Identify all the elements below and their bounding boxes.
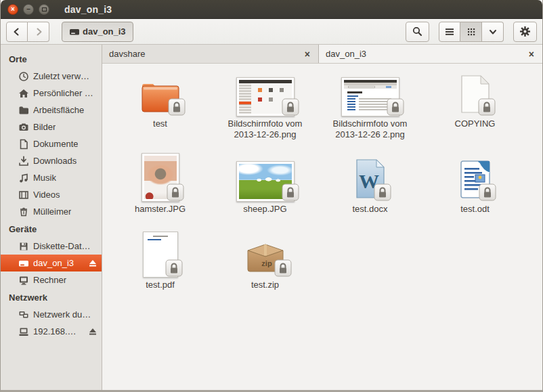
file-name: test.odt [460,204,490,215]
places-sidebar: Orte Zuletzt verw… Persönlicher … Arbeit… [1,45,102,390]
back-button[interactable] [6,22,28,42]
file-manager-window: × – dav_on_i3 dav_on_i3 [0,0,543,392]
sidebar-item-label: Persönlicher … [33,88,93,98]
eject-button[interactable] [88,259,97,268]
tab-close-icon[interactable]: × [527,49,536,60]
floppy-icon [18,241,29,252]
sidebar-item-label: Zuletzt verw… [33,71,89,81]
sidebar-item-remote-server[interactable]: 192.168.… [1,323,102,340]
tab-davshare[interactable]: davshare × [102,45,319,63]
sidebar-item-recent[interactable]: Zuletzt verw… [1,68,102,85]
tab-close-icon[interactable]: × [303,49,311,60]
file-item-hamster[interactable]: hamster.JPG [108,153,213,229]
sidebar-item-floppy[interactable]: Diskette-Dat… [1,238,102,255]
file-name: test.pdf [146,280,175,290]
file-view: test [102,64,542,390]
downloads-icon [18,156,29,167]
lock-emblem-icon [282,98,299,118]
minimize-icon: – [26,6,30,13]
desktop-icon [18,105,29,116]
file-item-test-folder[interactable]: test [108,68,213,153]
gear-icon [519,26,531,37]
sidebar-item-videos[interactable]: Videos [1,186,102,203]
lock-emblem-icon [478,98,496,118]
search-icon [412,26,423,37]
tab-label: dav_on_i3 [326,49,527,59]
videos-icon [18,190,29,200]
sidebar-item-desktop[interactable]: Arbeitsfläche [1,102,102,118]
sidebar-item-label: Rechner [33,275,66,285]
grid-view-icon [466,26,477,37]
file-name: Bildschirmfoto vom 2013-12-26 2.png [324,118,417,140]
lock-emblem-icon [282,183,299,204]
trash-icon [18,206,29,217]
window-minimize-button[interactable]: – [23,4,34,15]
file-item-sheep[interactable]: sheep.JPG [213,153,318,229]
forward-button[interactable] [28,22,49,42]
documents-icon [18,139,29,150]
file-name: Bildschirmfoto vom 2013-12-26.png [219,118,312,140]
sidebar-item-label: Videos [33,190,60,200]
file-item-zip[interactable]: zip test.zip [213,229,318,310]
home-icon [18,88,29,99]
window-close-button[interactable]: × [7,4,18,15]
search-button[interactable] [406,22,429,42]
eject-icon [88,259,97,268]
list-view-button[interactable] [439,22,460,42]
view-options-dropdown[interactable] [482,22,504,42]
sidebar-item-label: Arbeitsfläche [33,105,84,115]
file-name: sheep.JPG [243,204,286,215]
sidebar-item-label: 192.168.… [33,326,77,336]
location-path-button[interactable]: dav_on_i3 [62,22,133,42]
list-view-icon [444,26,455,37]
sidebar-item-documents[interactable]: Dokumente [1,135,102,152]
lock-emblem-icon [374,183,391,204]
sidebar-item-browse-network[interactable]: Netzwerk du… [1,306,102,323]
file-name: test.docx [352,204,387,215]
file-item-odt[interactable]: test.odt [422,153,527,229]
lock-emblem-icon [274,259,292,280]
lock-emblem-icon [387,98,404,118]
recent-icon [18,71,29,82]
chevron-right-icon [33,26,44,37]
music-icon [18,173,29,183]
tab-dav-on-i3[interactable]: dav_on_i3 × [319,45,542,63]
sidebar-item-music[interactable]: Musik [1,169,102,186]
sidebar-item-home[interactable]: Persönlicher … [1,85,102,102]
computer-icon [18,275,29,286]
sidebar-section-places: Orte [1,50,102,68]
file-item-docx[interactable]: W test.docx [318,153,422,229]
tab-label: davshare [109,49,303,59]
sidebar-item-pictures[interactable]: Bilder [1,118,102,135]
titlebar: × – dav_on_i3 [1,0,542,19]
file-name: hamster.JPG [135,204,186,215]
settings-button[interactable] [513,22,537,42]
maximize-icon [42,7,47,12]
file-name: test.zip [251,280,279,290]
lock-emblem-icon [167,183,184,204]
lock-emblem-icon [165,259,183,280]
view-mode-switcher [439,22,504,42]
file-item-pdf[interactable]: test.pdf [108,229,213,310]
sidebar-item-label: dav_on_i3 [33,258,74,268]
sidebar-item-dav-on-i3[interactable]: dav_on_i3 [1,255,102,271]
eject-button[interactable] [88,327,97,336]
drive-icon [18,258,29,269]
sidebar-item-label: Netzwerk du… [33,309,91,320]
file-item-screenshot-1[interactable]: Bildschirmfoto vom 2013-12-26.png [213,68,318,153]
window-title: dav_on_i3 [64,4,112,15]
window-maximize-button[interactable] [39,4,49,15]
sidebar-item-trash[interactable]: Mülleimer [1,203,102,220]
sidebar-item-downloads[interactable]: Downloads [1,152,102,169]
chevron-down-icon [487,26,498,37]
grid-view-button[interactable] [460,22,482,42]
file-item-screenshot-2[interactable]: Bildschirmfoto vom 2013-12-26 2.png [318,68,422,153]
file-item-copying[interactable]: COPYING [422,68,527,153]
sidebar-section-network: Netzwerk [1,288,102,306]
close-icon: × [11,6,15,13]
location-path-label: dav_on_i3 [83,26,126,37]
chevron-left-icon [12,26,22,37]
lock-emblem-icon [168,98,186,118]
sidebar-item-label: Downloads [33,156,77,166]
sidebar-item-computer[interactable]: Rechner [1,271,102,288]
